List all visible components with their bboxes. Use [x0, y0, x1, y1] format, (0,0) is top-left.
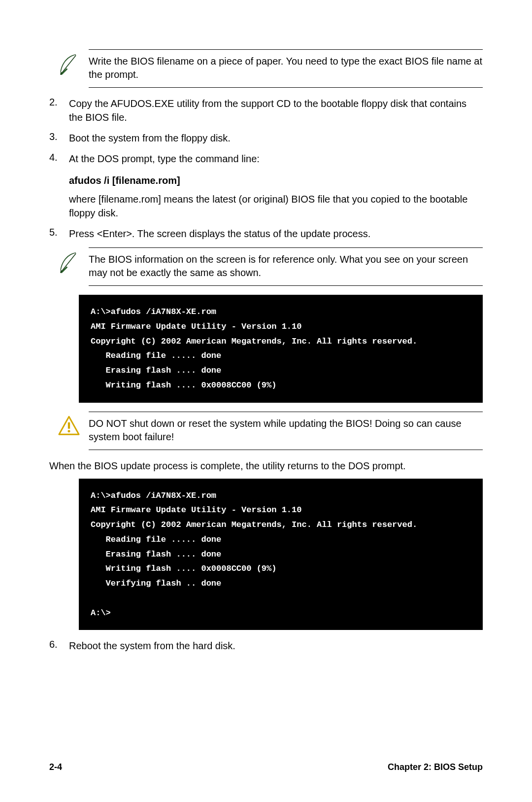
feather-icon — [49, 247, 89, 275]
step-4: 4. At the DOS prompt, type the command l… — [49, 152, 483, 220]
step-text: Boot the system from the floppy disk. — [69, 131, 483, 145]
terminal-output: A:\>afudos /iA7N8X-XE.rom AMI Firmware U… — [79, 479, 483, 630]
feather-icon — [49, 49, 89, 77]
step-6: 6. Reboot the system from the hard disk. — [49, 639, 483, 653]
command-line: afudos /i [filename.rom] — [69, 174, 483, 187]
svg-point-1 — [67, 430, 70, 432]
warning-block: DO NOT shut down or reset the system whi… — [49, 412, 483, 450]
step-number: 3. — [49, 131, 69, 145]
step-number: 4. — [49, 152, 69, 220]
step-text: At the DOS prompt, type the command line… — [69, 153, 260, 164]
note-block: Write the BIOS filename on a piece of pa… — [49, 49, 483, 88]
chapter-label: Chapter 2: BIOS Setup — [388, 762, 483, 772]
note-block: The BIOS information on the screen is fo… — [49, 247, 483, 286]
terminal-output: A:\>afudos /iA7N8X-XE.rom AMI Firmware U… — [79, 295, 483, 403]
step-text: Copy the AFUDOS.EXE utility from the sup… — [69, 97, 483, 124]
svg-rect-0 — [68, 422, 70, 428]
step-number: 5. — [49, 227, 69, 241]
step-number: 2. — [49, 97, 69, 124]
step-number: 6. — [49, 639, 69, 653]
step-text: Press <Enter>. The screen displays the s… — [69, 227, 483, 241]
step-3: 3. Boot the system from the floppy disk. — [49, 131, 483, 145]
page-footer: 2-4 Chapter 2: BIOS Setup — [49, 755, 483, 772]
paragraph: When the BIOS update process is complete… — [49, 459, 483, 473]
warning-text: DO NOT shut down or reset the system whi… — [89, 417, 483, 444]
step-2: 2. Copy the AFUDOS.EXE utility from the … — [49, 97, 483, 124]
step-text: Reboot the system from the hard disk. — [69, 639, 483, 653]
note-text: The BIOS information on the screen is fo… — [89, 253, 483, 279]
page-number: 2-4 — [49, 762, 62, 772]
step-explain: where [filename.rom] means the latest (o… — [69, 192, 483, 220]
note-text: Write the BIOS filename on a piece of pa… — [89, 55, 483, 81]
step-5: 5. Press <Enter>. The screen displays th… — [49, 227, 483, 241]
warning-icon — [49, 412, 89, 437]
